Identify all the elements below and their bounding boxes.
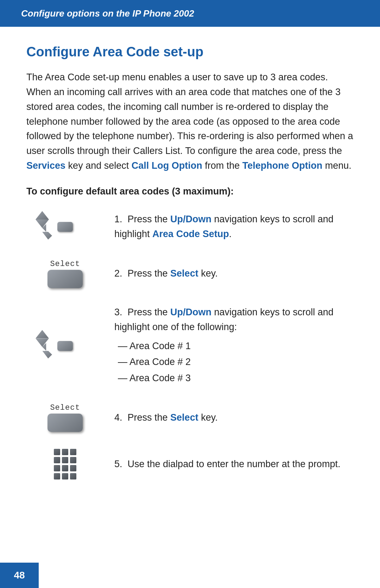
step-1-icon <box>26 211 104 243</box>
step-4-icon: Select <box>26 403 104 432</box>
dialpad-key <box>62 449 68 455</box>
area-code-list: Area Code # 1 Area Code # 2 Area Code # … <box>114 338 354 387</box>
dialpad-key <box>62 465 68 471</box>
step-row-5: 5. Use the dialpad to enter the number a… <box>26 449 354 479</box>
arrow-down-icon-2 <box>36 339 49 347</box>
step-3-icon <box>26 330 104 362</box>
step-4-text: 4. Press the Select key. <box>104 410 354 425</box>
select-label-2: Select <box>50 403 80 412</box>
dialpad-key <box>54 457 60 463</box>
step-2-icon: Select <box>26 260 104 288</box>
call-log-option-link: Call Log Option <box>132 160 202 171</box>
step-2-text: 2. Press the Select key. <box>104 266 354 281</box>
step-row-4: Select 4. Press the Select key. <box>26 403 354 432</box>
footer: 48 <box>0 563 39 588</box>
steps-container: 1. Press the Up/Down navigation keys to … <box>26 211 354 496</box>
intro-paragraph: The Area Code set-up menu enables a user… <box>26 70 354 173</box>
dialpad-key <box>54 449 60 455</box>
step-row-1: 1. Press the Up/Down navigation keys to … <box>26 211 354 243</box>
dialpad-key <box>54 473 60 479</box>
dialpad-key <box>54 465 60 471</box>
section-heading: To configure default area codes (3 maxim… <box>26 186 354 197</box>
header-title: Configure options on the IP Phone 2002 <box>21 8 194 19</box>
arrow-right-icon-2 <box>42 351 52 359</box>
arrow-right-icon <box>42 232 52 240</box>
select-key-wrapper-1: Select <box>48 260 83 288</box>
dialpad-key <box>70 473 76 479</box>
select-link-1: Select <box>170 268 198 279</box>
step-3-text: 3. Press the Up/Down navigation keys to … <box>104 305 354 386</box>
select-link-2: Select <box>170 412 198 423</box>
dialpad-key <box>70 457 76 463</box>
select-label-1: Select <box>50 260 80 268</box>
list-item: Area Code # 1 <box>114 338 354 354</box>
main-content: Configure Area Code set-up The Area Code… <box>0 44 380 525</box>
arrow-up-icon <box>36 211 49 219</box>
arrow-down-icon <box>36 219 49 228</box>
center-btn-icon-2 <box>57 341 73 351</box>
step-1-num: 1. <box>114 214 122 224</box>
step-row-3: 3. Press the Up/Down navigation keys to … <box>26 305 354 386</box>
step-5-num: 5. <box>114 459 122 469</box>
page-number: 48 <box>14 570 25 581</box>
telephone-option-link: Telephone Option <box>242 160 322 171</box>
nav-keys-icon-1 <box>42 211 88 243</box>
center-btn-icon <box>57 222 73 232</box>
dialpad-key <box>70 449 76 455</box>
step-2-num: 2. <box>114 268 122 279</box>
dialpad-key <box>62 473 68 479</box>
nav-keys-icon-2 <box>42 330 88 362</box>
step-5-icon <box>26 449 104 479</box>
select-btn-2 <box>48 414 83 432</box>
services-link: Services <box>26 160 65 171</box>
step-4-num: 4. <box>114 412 122 423</box>
step-3-num: 3. <box>114 307 122 317</box>
updown-link-2: Up/Down <box>170 307 211 317</box>
dialpad-key <box>62 457 68 463</box>
updown-link-1: Up/Down <box>170 214 211 224</box>
step-row-2: Select 2. Press the Select key. <box>26 260 354 288</box>
step-5-text: 5. Use the dialpad to enter the number a… <box>104 457 354 472</box>
list-item: Area Code # 3 <box>114 370 354 386</box>
arrow-up-icon-2 <box>36 330 49 339</box>
header-bar: Configure options on the IP Phone 2002 <box>0 0 380 27</box>
dialpad-icon <box>54 449 76 479</box>
select-btn-1 <box>48 270 83 288</box>
step-1-text: 1. Press the Up/Down navigation keys to … <box>104 212 354 242</box>
list-item: Area Code # 2 <box>114 354 354 370</box>
page-title: Configure Area Code set-up <box>26 44 354 60</box>
area-code-setup-link: Area Code Setup <box>152 229 229 239</box>
select-key-wrapper-2: Select <box>48 403 83 432</box>
dialpad-key <box>70 465 76 471</box>
